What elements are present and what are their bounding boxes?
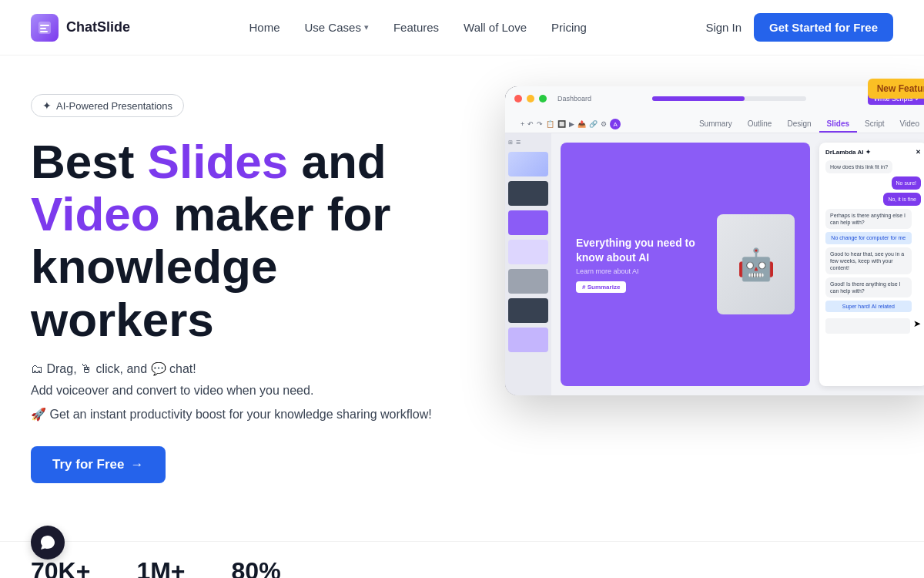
- logo[interactable]: ChatSlide: [31, 14, 130, 42]
- expand-dot: [539, 95, 547, 102]
- stat-1-number: 70K+: [31, 557, 90, 578]
- main-slide-area: Everything you need to know about AI Lea…: [551, 133, 819, 395]
- slide-thumb-1[interactable]: [508, 152, 548, 176]
- chat-msg-3: No, it is fine: [883, 193, 921, 206]
- tab-script[interactable]: Script: [857, 116, 892, 133]
- nav-right: Sign In Get Started for Free: [705, 13, 893, 42]
- nav-item-features[interactable]: Features: [393, 21, 439, 34]
- tab-video[interactable]: Video: [892, 116, 924, 133]
- chat-header-text: DrLambda AI ✦: [825, 149, 871, 156]
- stat-2: 1M+: [136, 557, 185, 578]
- chat-close-icon[interactable]: ✕: [916, 149, 921, 156]
- chat-action-2[interactable]: Super hard! AI related: [825, 301, 912, 312]
- chat-widget-button[interactable]: [31, 526, 65, 560]
- slide-thumb-4[interactable]: [508, 240, 548, 264]
- ai-badge-text: AI-Powered Presentations: [56, 100, 172, 112]
- nav-item-home[interactable]: Home: [249, 21, 280, 34]
- slide-tabs: Summary Outline Design Slides Script Vid…: [691, 116, 924, 133]
- robot-image: 🤖: [717, 214, 795, 314]
- svg-rect-2: [40, 28, 46, 29]
- try-free-button[interactable]: Try for Free →: [31, 446, 166, 483]
- slide-thumb-3[interactable]: [508, 210, 548, 235]
- chat-input[interactable]: [825, 318, 910, 334]
- tab-design[interactable]: Design: [779, 116, 819, 133]
- navbar: ChatSlide Home Use Cases ▾ Features Wall…: [0, 0, 924, 55]
- svg-rect-3: [40, 31, 48, 32]
- stat-2-number: 1M+: [136, 557, 185, 578]
- hero-section: ✦ AI-Powered Presentations Best Slides a…: [0, 55, 924, 533]
- slide-thumb-7[interactable]: [508, 328, 548, 352]
- chat-msg-4: Perhaps is there anything else I can hel…: [825, 209, 912, 229]
- slide-heading: Everything you need to know about AI: [576, 236, 717, 264]
- chat-msg-6: Good! Is there anything else I can help …: [825, 277, 912, 297]
- hero-right: New Feature! Dashboard Write Scripts ✓ +…: [505, 86, 924, 395]
- slide-thumb-5[interactable]: [508, 269, 548, 294]
- hero-body: Add voiceover and convert to video when …: [31, 384, 505, 398]
- stat-1: 70K+: [31, 557, 90, 578]
- get-started-button[interactable]: Get Started for Free: [754, 13, 893, 42]
- sign-in-button[interactable]: Sign In: [705, 21, 742, 34]
- minimize-dot: [527, 95, 534, 102]
- svg-rect-1: [40, 25, 49, 26]
- mockup-toolbar: +↶↷📋🔲▶📤🔗⚙ A: [514, 116, 627, 133]
- chat-action-1[interactable]: No change for computer for me: [825, 232, 912, 244]
- logo-text: ChatSlide: [66, 19, 130, 35]
- stats-row: 70K+ 1M+ 80%: [0, 541, 924, 578]
- logo-icon: [31, 14, 59, 42]
- dashboard-label: Dashboard: [557, 95, 591, 102]
- stat-3-number: 80%: [232, 557, 281, 578]
- hero-subtitle: 🗂 Drag, 🖱 click, and 💬 chat!: [31, 361, 505, 376]
- slide-thumb-6[interactable]: [508, 298, 548, 323]
- try-free-arrow: →: [131, 457, 144, 472]
- chat-header: DrLambda AI ✦ ✕: [825, 149, 921, 156]
- new-feature-badge: New Feature!: [868, 79, 924, 99]
- hero-boost: 🚀 Get an instant productivity boost for …: [31, 407, 505, 422]
- ai-badge-icon: ✦: [42, 99, 52, 112]
- hero-left: ✦ AI-Powered Presentations Best Slides a…: [31, 94, 505, 483]
- app-mockup: Dashboard Write Scripts ✓ +↶↷📋🔲▶📤🔗⚙ A Su…: [505, 86, 924, 395]
- try-free-label: Try for Free: [52, 457, 125, 472]
- mockup-topbar: Dashboard Write Scripts ✓: [505, 86, 924, 111]
- nav-item-wall-of-love[interactable]: Wall of Love: [464, 21, 527, 34]
- mockup-body: ⊞☰ Everything you need: [505, 133, 924, 395]
- tab-outline[interactable]: Outline: [740, 116, 780, 133]
- tab-slides[interactable]: Slides: [819, 116, 857, 133]
- slide-thumb-2[interactable]: [508, 181, 548, 206]
- slide-sidebar: ⊞☰: [505, 133, 551, 395]
- nav-item-use-cases[interactable]: Use Cases ▾: [305, 21, 369, 34]
- title-part1: Best: [31, 135, 148, 188]
- progress-bar: [652, 96, 806, 101]
- slide-text: Everything you need to know about AI Lea…: [576, 236, 717, 292]
- chat-msg-1: How does this link fit in?: [825, 160, 892, 173]
- slide-summary-btn[interactable]: # Summarize: [576, 281, 626, 293]
- chevron-down-icon: ▾: [364, 22, 369, 32]
- nav-links: Home Use Cases ▾ Features Wall of Love P…: [249, 21, 587, 34]
- title-video: Video: [31, 187, 160, 240]
- nav-item-pricing[interactable]: Pricing: [551, 21, 587, 34]
- send-icon[interactable]: ➤: [913, 318, 921, 334]
- stat-3: 80%: [232, 557, 281, 578]
- user-avatar: A: [610, 119, 621, 129]
- title-part2: and: [288, 135, 386, 188]
- progress-fill: [652, 96, 745, 101]
- tab-summary[interactable]: Summary: [691, 116, 740, 133]
- chat-panel: DrLambda AI ✦ ✕ How does this link fit i…: [819, 143, 924, 386]
- slide-sub: Learn more about AI: [576, 267, 717, 275]
- chat-msg-5: Good to hear that, see you in a few week…: [825, 247, 912, 274]
- ai-badge: ✦ AI-Powered Presentations: [31, 94, 184, 117]
- slide-canvas: Everything you need to know about AI Lea…: [561, 143, 810, 386]
- slide-image: 🤖: [717, 214, 795, 314]
- chat-input-area: ➤: [825, 318, 921, 334]
- sidebar-view-toggle[interactable]: ⊞☰: [508, 139, 548, 146]
- mockup-nav: +↶↷📋🔲▶📤🔗⚙ A Summary Outline Design Slide…: [505, 111, 924, 133]
- chat-msg-2: No sure!: [892, 176, 921, 190]
- hero-title: Best Slides and Video maker forknowledge…: [31, 136, 505, 346]
- close-dot: [514, 95, 522, 102]
- title-slides: Slides: [148, 135, 289, 188]
